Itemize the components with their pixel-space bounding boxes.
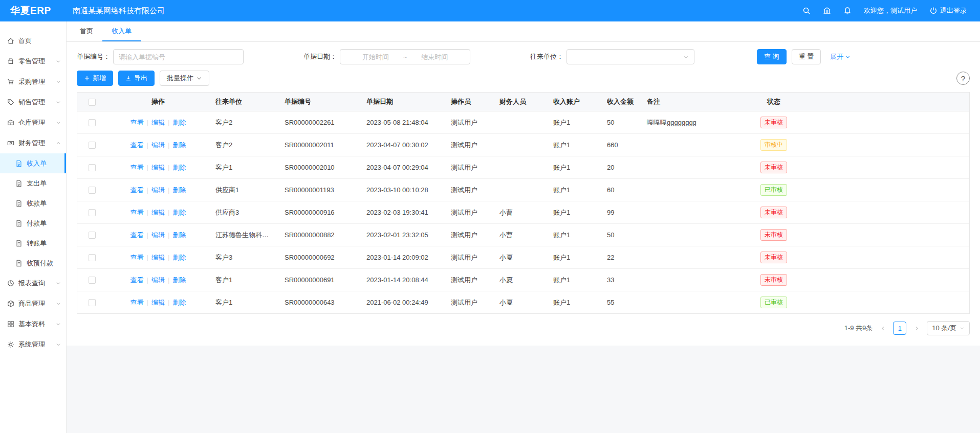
sidebar-item[interactable]: 销售管理: [0, 92, 66, 112]
view-link[interactable]: 查看: [130, 254, 144, 261]
delete-link[interactable]: 删除: [172, 119, 186, 126]
sidebar-subitem[interactable]: 支出单: [0, 173, 66, 193]
next-page-button[interactable]: [910, 322, 923, 334]
edit-link[interactable]: 编辑: [151, 299, 165, 306]
row-checkbox[interactable]: [89, 187, 96, 194]
delete-link[interactable]: 删除: [172, 209, 186, 216]
cell-bill_no: SR00000000643: [278, 291, 360, 314]
actions-cell: 查看|编辑|删除: [107, 156, 209, 179]
cell-operator: 测试用户: [445, 246, 493, 269]
link-separator: |: [168, 276, 169, 284]
sidebar-subitem[interactable]: 收入单: [0, 153, 66, 173]
add-button[interactable]: 新增: [77, 71, 113, 86]
sidebar-subitem-label: 转账单: [27, 239, 47, 248]
page-number-button[interactable]: 1: [893, 322, 906, 335]
logout-button[interactable]: 退出登录: [929, 6, 967, 15]
cell-finance: 小曹: [493, 224, 547, 246]
sidebar-subitem[interactable]: 付款单: [0, 213, 66, 233]
link-separator: |: [168, 231, 169, 239]
sidebar-item[interactable]: 首页: [0, 31, 66, 51]
sidebar-item[interactable]: 商品管理: [0, 293, 66, 314]
prev-page-button[interactable]: [877, 322, 889, 334]
row-checkbox[interactable]: [89, 254, 96, 261]
status-badge: 未审核: [760, 274, 787, 286]
expand-link[interactable]: 展开: [830, 52, 851, 61]
sidebar-item[interactable]: 仓库管理: [0, 112, 66, 133]
search-icon[interactable]: [802, 7, 811, 15]
status-cell: 审核中: [746, 134, 802, 156]
edit-link[interactable]: 编辑: [151, 276, 165, 284]
sidebar-item[interactable]: 报表查询: [0, 273, 66, 293]
view-link[interactable]: 查看: [130, 209, 144, 216]
sidebar-item[interactable]: 基本资料: [0, 314, 66, 334]
delete-link[interactable]: 删除: [172, 164, 186, 171]
sidebar-item-label: 系统管理: [18, 340, 52, 349]
date-range-picker[interactable]: ~: [340, 49, 470, 64]
search-button[interactable]: 查 询: [757, 49, 787, 64]
status-badge: 未审核: [760, 229, 787, 241]
view-link[interactable]: 查看: [130, 231, 144, 239]
row-checkbox[interactable]: [89, 142, 96, 149]
cell-partner: 客户1: [209, 291, 278, 314]
edit-link[interactable]: 编辑: [151, 141, 165, 149]
edit-link[interactable]: 编辑: [151, 164, 165, 171]
sidebar-subitem-label: 付款单: [27, 219, 47, 228]
batch-ops-button[interactable]: 批量操作: [160, 71, 209, 86]
edit-link[interactable]: 编辑: [151, 119, 165, 126]
select-all-checkbox[interactable]: [89, 99, 96, 106]
help-icon[interactable]: ?: [956, 72, 970, 85]
actions-cell: 查看|编辑|删除: [107, 246, 209, 269]
row-checkbox[interactable]: [89, 299, 96, 306]
reset-button[interactable]: 重 置: [792, 49, 821, 64]
link-separator: |: [147, 141, 148, 149]
cell-finance: 小夏: [493, 291, 547, 314]
view-link[interactable]: 查看: [130, 119, 144, 126]
row-checkbox[interactable]: [89, 164, 96, 171]
delete-link[interactable]: 删除: [172, 141, 186, 149]
building-icon[interactable]: [823, 7, 831, 15]
edit-link[interactable]: 编辑: [151, 231, 165, 239]
actions-cell: 查看|编辑|删除: [107, 179, 209, 201]
date-start-input[interactable]: [350, 53, 401, 61]
page-size-select[interactable]: 10 条/页: [927, 321, 970, 335]
delete-link[interactable]: 删除: [172, 254, 186, 261]
edit-link[interactable]: 编辑: [151, 209, 165, 216]
sidebar-item[interactable]: 采购管理: [0, 72, 66, 92]
chevron-right-icon: [914, 326, 920, 331]
view-link[interactable]: 查看: [130, 141, 144, 149]
tab-home[interactable]: 首页: [71, 21, 102, 41]
delete-link[interactable]: 删除: [172, 299, 186, 306]
bell-icon[interactable]: [843, 7, 852, 15]
delete-link[interactable]: 删除: [172, 231, 186, 239]
edit-link[interactable]: 编辑: [151, 186, 165, 194]
view-link[interactable]: 查看: [130, 276, 144, 284]
cell-date: 2023-05-08 21:48:04: [360, 111, 445, 134]
delete-link[interactable]: 删除: [172, 186, 186, 194]
sidebar-item[interactable]: 系统管理: [0, 334, 66, 355]
view-link[interactable]: 查看: [130, 299, 144, 306]
column-header: 收入金额: [601, 93, 641, 111]
chevron-down-icon: [683, 54, 689, 60]
row-checkbox[interactable]: [89, 119, 96, 126]
sidebar-subitem[interactable]: 收预付款: [0, 253, 66, 273]
sidebar-subitem[interactable]: 收款单: [0, 193, 66, 213]
date-end-input[interactable]: [409, 53, 460, 61]
delete-link[interactable]: 删除: [172, 276, 186, 284]
export-button[interactable]: 导出: [118, 71, 155, 86]
bill-no-input[interactable]: [113, 49, 244, 64]
sidebar-subitem[interactable]: 转账单: [0, 233, 66, 253]
sidebar-item[interactable]: 零售管理: [0, 51, 66, 72]
bill-no-label: 单据编号：: [77, 52, 110, 61]
view-link[interactable]: 查看: [130, 186, 144, 194]
sidebar-item[interactable]: 财务管理: [0, 133, 66, 153]
cell-remark: [641, 269, 746, 291]
logout-label: 退出登录: [940, 6, 967, 15]
sidebar-item-label: 采购管理: [18, 77, 52, 86]
tab-income-bill[interactable]: 收入单: [102, 21, 141, 41]
view-link[interactable]: 查看: [130, 164, 144, 171]
row-checkbox[interactable]: [89, 232, 96, 239]
edit-link[interactable]: 编辑: [151, 254, 165, 261]
row-checkbox[interactable]: [89, 277, 96, 284]
row-checkbox[interactable]: [89, 209, 96, 216]
partner-select[interactable]: [567, 49, 694, 64]
